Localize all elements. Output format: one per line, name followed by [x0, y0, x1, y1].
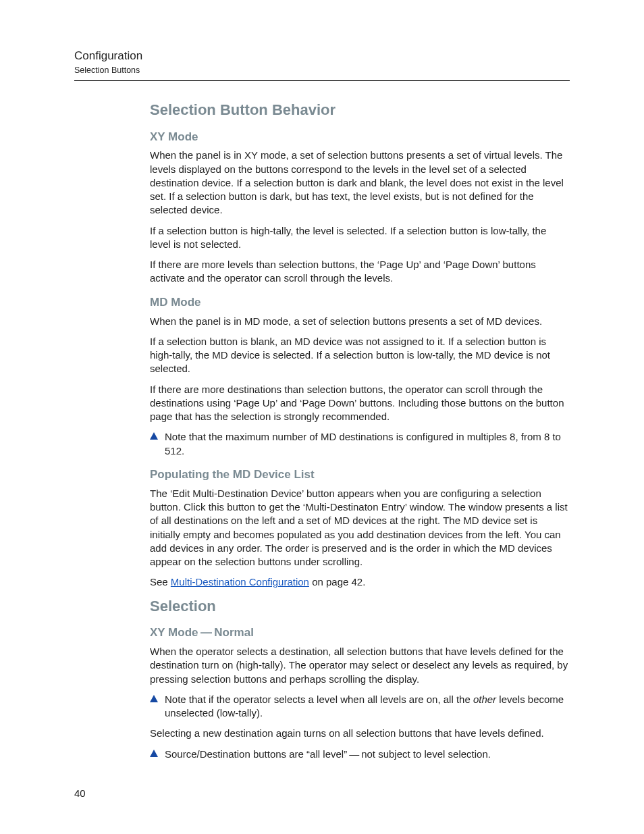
heading-xy-mode: XY Mode — [150, 130, 570, 145]
paragraph: If there are more levels than selection … — [150, 258, 570, 286]
paragraph: When the operator selects a destination,… — [150, 645, 570, 686]
see-prefix: See — [150, 576, 171, 588]
content-area: Selection Button Behavior XY Mode When t… — [150, 100, 570, 761]
paragraph: When the panel is in MD mode, a set of s… — [150, 315, 570, 328]
running-header-subtitle: Selection Buttons — [74, 65, 570, 76]
note-text: Note that if the operator selects a leve… — [165, 693, 570, 721]
svg-marker-1 — [150, 695, 158, 702]
note-item: Note that if the operator selects a leve… — [150, 693, 570, 721]
heading-selection: Selection — [150, 596, 570, 617]
note-text: Source/Destination buttons are “all leve… — [165, 748, 570, 761]
paragraph: If a selection button is blank, an MD de… — [150, 335, 570, 376]
paragraph: If a selection button is high-tally, the… — [150, 224, 570, 252]
heading-selection-button-behavior: Selection Button Behavior — [150, 100, 570, 120]
paragraph: Selecting a new destination again turns … — [150, 727, 570, 740]
page: Configuration Selection Buttons Selectio… — [0, 0, 644, 834]
see-reference: See Multi-Destination Configuration on p… — [150, 575, 570, 589]
paragraph: The ‘Edit Multi-Destination Device’ butt… — [150, 487, 570, 569]
note-item: Note that the maximum number of MD desti… — [150, 430, 570, 458]
note-item: Source/Destination buttons are “all leve… — [150, 748, 570, 761]
triangle-up-icon — [150, 695, 158, 702]
running-header-title: Configuration — [74, 49, 570, 64]
heading-populating-md-list: Populating the MD Device List — [150, 467, 570, 483]
paragraph: If there are more destinations than sele… — [150, 383, 570, 424]
svg-marker-0 — [150, 432, 158, 440]
paragraph: When the panel is in XY mode, a set of s… — [150, 149, 570, 217]
see-suffix: on page 42. — [309, 576, 365, 588]
page-number: 40 — [74, 787, 86, 800]
triangle-up-icon — [150, 432, 158, 440]
heading-xy-mode-normal: XY Mode — Normal — [150, 625, 570, 641]
header-rule — [74, 80, 570, 81]
link-multi-destination-configuration[interactable]: Multi-Destination Configuration — [171, 576, 309, 588]
note-text-italic: other — [473, 694, 496, 705]
note-text-part: Note that if the operator selects a leve… — [165, 694, 473, 705]
running-header: Configuration Selection Buttons — [74, 49, 570, 76]
note-text: Note that the maximum number of MD desti… — [165, 430, 570, 458]
triangle-up-icon — [150, 750, 158, 757]
svg-marker-2 — [150, 750, 158, 757]
heading-md-mode: MD Mode — [150, 295, 570, 311]
